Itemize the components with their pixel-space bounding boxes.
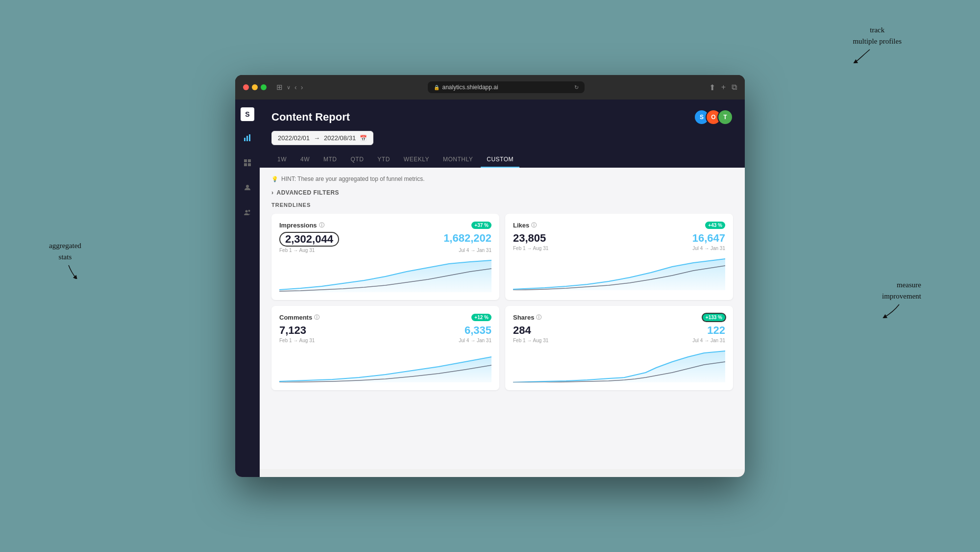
date-range-1-likes: Feb 1 → Aug 31 bbox=[513, 246, 548, 251]
lock-icon: 🔒 bbox=[434, 85, 440, 90]
main-area: Content Report S O T 2022/02/01 → 2022/0… bbox=[260, 100, 745, 477]
metric-secondary-comments: 6,335 bbox=[465, 324, 491, 337]
date-range-2-shares: Jul 4 → Jan 31 bbox=[692, 338, 725, 343]
hint-text: HINT: These are your aggregated top of f… bbox=[281, 176, 425, 182]
tab-ytd[interactable]: YTD bbox=[371, 152, 396, 168]
metric-values-shares: 284 122 bbox=[513, 324, 725, 337]
annotation-measure-improvement: measureimprovement bbox=[882, 279, 921, 318]
metric-name-impressions: Impressions ⓘ bbox=[279, 222, 324, 229]
browser-actions: ⬆ + ⧉ bbox=[709, 83, 737, 92]
badge-impressions: +37 % bbox=[471, 222, 491, 229]
chart-impressions bbox=[279, 258, 491, 292]
metric-header-likes: Likes ⓘ +43 % bbox=[513, 222, 725, 229]
forward-icon[interactable]: › bbox=[301, 83, 303, 91]
tab-custom[interactable]: CUSTOM bbox=[481, 152, 519, 168]
tab-monthly[interactable]: MONTHLY bbox=[437, 152, 479, 168]
annotation-aggregated-stats: aggregatedstats bbox=[49, 240, 81, 279]
badge-comments: +12 % bbox=[471, 314, 491, 321]
browser-nav: ⊞ ∨ ‹ › bbox=[276, 83, 303, 92]
metric-values-impressions: 2,302,044 1,682,202 bbox=[279, 232, 491, 247]
sidebar-item-user[interactable] bbox=[241, 181, 254, 196]
tab-mtd[interactable]: MTD bbox=[318, 152, 343, 168]
content-area: 💡 HINT: These are your aggregated top of… bbox=[260, 168, 745, 469]
app-content: S Content Report S O bbox=[235, 100, 745, 477]
app-header: Content Report S O T 2022/02/01 → 2022/0… bbox=[260, 100, 745, 168]
browser-chrome: ⊞ ∨ ‹ › 🔒 analytics.shieldapp.ai ↻ ⬆ + ⧉ bbox=[235, 75, 745, 100]
badge-shares: +133 % bbox=[703, 314, 725, 321]
svg-point-9 bbox=[248, 210, 250, 212]
avatar-3[interactable]: T bbox=[717, 109, 733, 125]
back-icon[interactable]: ‹ bbox=[294, 83, 297, 91]
info-icon-comments[interactable]: ⓘ bbox=[314, 314, 319, 321]
metric-header-impressions: Impressions ⓘ +37 % bbox=[279, 222, 491, 229]
profile-avatars[interactable]: S O T bbox=[694, 109, 733, 125]
maximize-button[interactable] bbox=[261, 84, 267, 90]
svg-rect-0 bbox=[244, 138, 245, 141]
calendar-icon: 📅 bbox=[360, 135, 367, 142]
metric-primary-likes: 23,805 bbox=[513, 232, 546, 245]
advanced-filters-toggle[interactable]: › ADVANCED FILTERS bbox=[271, 189, 733, 196]
chevron-right-icon: › bbox=[271, 189, 274, 196]
metric-dates-impressions: Feb 1 → Aug 31 Jul 4 → Jan 31 bbox=[279, 248, 491, 253]
metric-primary-comments: 7,123 bbox=[279, 324, 306, 337]
date-range-1-impressions: Feb 1 → Aug 31 bbox=[279, 248, 315, 253]
new-tab-icon[interactable]: + bbox=[721, 83, 726, 92]
metric-values-comments: 7,123 6,335 bbox=[279, 324, 491, 337]
metric-secondary-likes: 16,647 bbox=[692, 232, 725, 245]
trendlines-label: TRENDLINES bbox=[271, 202, 733, 208]
tabs-icon[interactable]: ⧉ bbox=[732, 83, 737, 92]
svg-rect-1 bbox=[246, 136, 248, 141]
annotation-track-profiles: trackmultiple profiles bbox=[853, 25, 902, 63]
tab-4w[interactable]: 4W bbox=[294, 152, 316, 168]
info-icon-likes[interactable]: ⓘ bbox=[531, 222, 537, 229]
sidebar: S bbox=[235, 100, 260, 477]
info-icon-shares[interactable]: ⓘ bbox=[536, 314, 541, 321]
address-bar-container: 🔒 analytics.shieldapp.ai ↻ bbox=[309, 81, 703, 93]
metric-secondary-impressions: 1,682,202 bbox=[443, 232, 491, 245]
tab-qtd[interactable]: QTD bbox=[345, 152, 370, 168]
chart-likes bbox=[513, 256, 725, 290]
chevron-down-icon[interactable]: ∨ bbox=[287, 84, 291, 91]
tab-nav: 1W 4W MTD QTD YTD WEEKLY MONTHLY CUSTOM bbox=[271, 152, 733, 168]
metrics-grid: Impressions ⓘ +37 % 2,302,044 1,682,202 … bbox=[271, 214, 733, 390]
minimize-button[interactable] bbox=[252, 84, 258, 90]
svg-rect-5 bbox=[244, 163, 247, 166]
sidebar-item-grid[interactable] bbox=[241, 156, 254, 171]
date-range-1-shares: Feb 1 → Aug 31 bbox=[513, 338, 548, 343]
tab-weekly[interactable]: WEEKLY bbox=[398, 152, 435, 168]
metric-header-shares: Shares ⓘ +133 % bbox=[513, 314, 725, 321]
advanced-filters-label: ADVANCED FILTERS bbox=[277, 189, 340, 196]
tab-1w[interactable]: 1W bbox=[271, 152, 293, 168]
date-range-2-likes: Jul 4 → Jan 31 bbox=[692, 246, 725, 251]
metric-name-likes: Likes ⓘ bbox=[513, 222, 537, 229]
metric-dates-comments: Feb 1 → Aug 31 Jul 4 → Jan 31 bbox=[279, 338, 491, 343]
page-title: Content Report bbox=[271, 111, 350, 124]
metric-values-likes: 23,805 16,647 bbox=[513, 232, 725, 245]
metric-card-impressions: Impressions ⓘ +37 % 2,302,044 1,682,202 … bbox=[271, 214, 499, 300]
share-icon[interactable]: ⬆ bbox=[709, 83, 715, 92]
address-bar[interactable]: 🔒 analytics.shieldapp.ai ↻ bbox=[428, 81, 585, 93]
metric-dates-shares: Feb 1 → Aug 31 Jul 4 → Jan 31 bbox=[513, 338, 725, 343]
close-button[interactable] bbox=[243, 84, 249, 90]
sidebar-item-analytics[interactable] bbox=[241, 131, 254, 146]
svg-point-8 bbox=[245, 210, 248, 213]
sidebar-item-users[interactable] bbox=[241, 206, 254, 221]
sidebar-toggle-icon[interactable]: ⊞ bbox=[276, 83, 283, 92]
traffic-lights bbox=[243, 84, 267, 90]
metric-name-shares: Shares ⓘ bbox=[513, 314, 541, 321]
metric-card-comments: Comments ⓘ +12 % 7,123 6,335 Feb 1 → Aug… bbox=[271, 306, 499, 390]
date-range-2-comments: Jul 4 → Jan 31 bbox=[459, 338, 491, 343]
svg-rect-4 bbox=[248, 159, 251, 162]
metric-card-shares: Shares ⓘ +133 % 284 122 Feb 1 → Aug 31 J… bbox=[505, 306, 733, 390]
metric-secondary-shares: 122 bbox=[707, 324, 725, 337]
reload-icon[interactable]: ↻ bbox=[574, 84, 579, 91]
metric-name-comments: Comments ⓘ bbox=[279, 314, 319, 321]
svg-point-7 bbox=[246, 185, 249, 188]
sidebar-logo[interactable]: S bbox=[241, 107, 254, 121]
date-range-selector[interactable]: 2022/02/01 → 2022/08/31 📅 bbox=[271, 131, 373, 145]
info-icon-impressions[interactable]: ⓘ bbox=[319, 222, 324, 229]
metric-primary-shares: 284 bbox=[513, 324, 531, 337]
header-top: Content Report S O T bbox=[271, 109, 733, 125]
browser-window: ⊞ ∨ ‹ › 🔒 analytics.shieldapp.ai ↻ ⬆ + ⧉… bbox=[235, 75, 745, 477]
badge-likes: +43 % bbox=[705, 222, 725, 229]
